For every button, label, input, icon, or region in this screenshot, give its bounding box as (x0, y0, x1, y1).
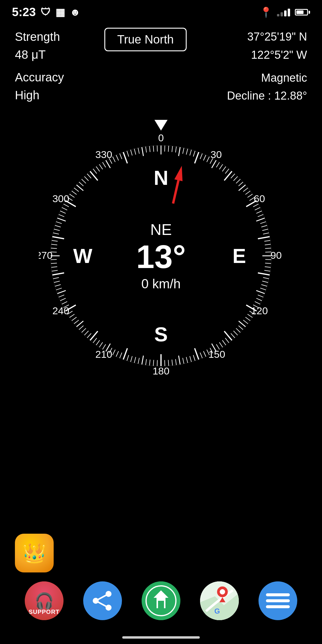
svg-line-4 (172, 146, 173, 152)
svg-line-5 (176, 147, 177, 153)
svg-line-125 (59, 295, 64, 297)
svg-line-53 (262, 281, 268, 283)
status-left: 5:23 🛡 ▦ ☻ (12, 5, 80, 19)
svg-line-97 (138, 358, 139, 364)
svg-line-174 (134, 149, 136, 154)
status-time: 5:23 (12, 5, 36, 19)
svg-line-127 (56, 288, 62, 290)
svg-line-146 (57, 218, 66, 221)
svg-line-102 (120, 353, 122, 358)
svg-line-28 (245, 191, 250, 195)
svg-line-33 (255, 208, 260, 210)
svg-line-38 (261, 225, 267, 227)
svg-line-70 (231, 333, 235, 338)
compass-pointer (154, 120, 168, 131)
svg-line-18 (219, 164, 223, 169)
svg-line-54 (261, 285, 267, 287)
svg-line-170 (120, 154, 122, 159)
compass-dock-icon[interactable] (142, 581, 180, 620)
svg-line-159 (84, 177, 89, 181)
svg-line-171 (123, 152, 127, 164)
svg-line-124 (60, 298, 66, 301)
menu-list-icon[interactable] (258, 581, 297, 620)
cardinal-west: W (73, 244, 92, 267)
svg-line-199 (96, 601, 109, 608)
svg-line-132 (52, 270, 58, 271)
svg-line-84 (186, 357, 188, 363)
svg-line-69 (233, 331, 238, 335)
svg-line-143 (54, 229, 60, 231)
home-indicator (122, 636, 200, 639)
svg-line-103 (116, 351, 119, 357)
svg-line-95 (146, 359, 147, 365)
svg-line-114 (82, 328, 86, 332)
svg-line-144 (55, 225, 61, 227)
svg-line-44 (265, 248, 271, 248)
svg-line-140 (52, 241, 58, 242)
direction-degrees: 13° (136, 239, 186, 275)
svg-line-164 (99, 164, 103, 169)
svg-line-148 (60, 211, 66, 213)
svg-line-72 (225, 338, 229, 343)
svg-line-12 (200, 154, 202, 159)
svg-line-175 (138, 148, 139, 154)
svg-line-134 (51, 263, 57, 264)
svg-line-26 (239, 185, 245, 191)
svg-line-80 (200, 353, 202, 358)
share-app-icon[interactable] (83, 581, 122, 620)
strength-accuracy-info: Strength 48 μT Accuracy High (15, 28, 64, 104)
cardinal-north: N (154, 166, 168, 189)
svg-line-25 (239, 182, 243, 186)
svg-line-21 (224, 171, 232, 181)
svg-line-81 (195, 348, 199, 360)
svg-line-101 (123, 348, 127, 360)
top-info: Strength 48 μT Accuracy High True North … (0, 22, 322, 108)
svg-line-51 (258, 273, 270, 275)
svg-line-117 (74, 320, 79, 324)
svg-line-149 (62, 208, 67, 210)
direction-sub: NE (136, 221, 186, 239)
svg-line-142 (53, 233, 59, 234)
svg-line-180 (157, 145, 157, 151)
svg-line-145 (56, 222, 62, 224)
svg-text:240: 240 (52, 305, 69, 316)
compass-readout: NE 13° 0 km/h (136, 221, 186, 291)
face-icon: ☻ (70, 6, 80, 18)
svg-line-179 (153, 146, 154, 152)
svg-line-176 (142, 147, 143, 156)
support-app-icon[interactable]: 🎧 SUPPORT (25, 581, 64, 620)
svg-line-87 (176, 359, 177, 365)
svg-point-208 (220, 589, 225, 595)
svg-line-85 (183, 358, 184, 364)
svg-line-166 (106, 160, 110, 168)
svg-line-6 (179, 147, 180, 156)
coordinates-lon: 122°5'2" W (227, 46, 307, 64)
svg-line-150 (64, 204, 69, 207)
svg-line-22 (231, 174, 235, 178)
svg-rect-203 (158, 601, 164, 608)
svg-line-82 (193, 355, 195, 361)
svg-line-155 (74, 188, 79, 191)
svg-line-68 (236, 328, 240, 332)
svg-line-42 (264, 241, 270, 242)
svg-line-71 (224, 331, 232, 340)
svg-line-39 (262, 229, 268, 231)
svg-line-104 (113, 350, 115, 355)
svg-line-20 (225, 169, 229, 174)
svg-line-141 (52, 237, 64, 239)
svg-line-156 (77, 185, 83, 191)
svg-line-138 (51, 248, 57, 248)
coordinates-lat: 37°25'19" N (227, 28, 307, 46)
location-icon: 📍 (260, 6, 272, 18)
svg-line-13 (203, 155, 206, 160)
true-north-button[interactable]: True North (104, 28, 187, 51)
crown-app-icon[interactable]: 👑 (15, 534, 54, 572)
svg-line-35 (258, 215, 264, 217)
maps-app-icon[interactable]: G (200, 581, 239, 620)
svg-line-88 (172, 360, 173, 366)
menu-icon: ▦ (55, 6, 65, 18)
svg-line-139 (51, 244, 57, 245)
svg-line-14 (207, 157, 209, 162)
svg-line-154 (72, 191, 77, 195)
svg-line-32 (253, 204, 258, 207)
